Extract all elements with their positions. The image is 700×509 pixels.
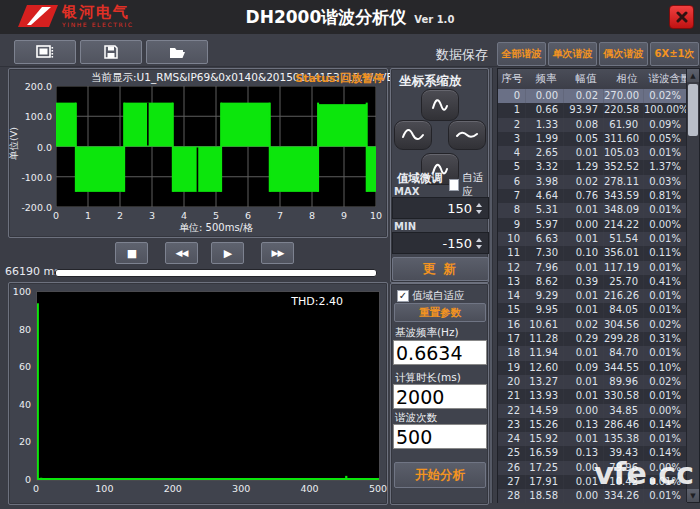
table-row[interactable]: 95.970.00214.220.00% [498, 218, 687, 232]
cell: 14.59 [526, 404, 564, 418]
table-row[interactable]: 138.620.3925.700.41% [498, 275, 687, 289]
scroll-up-button[interactable]: ▲ [687, 69, 699, 82]
tick-label: 80 [19, 324, 31, 335]
spinner-arrows-icon[interactable] [476, 200, 486, 216]
cell: 0.01 [564, 203, 604, 217]
cell: 7 [498, 189, 526, 203]
table-row[interactable]: 31.990.05311.600.05% [498, 132, 687, 146]
table-row[interactable]: 2717.910.0110.420.01% [498, 475, 687, 489]
cell: 5.31 [526, 203, 564, 217]
cell: 0.29 [564, 332, 604, 346]
fast-forward-button[interactable]: ▶▶ [261, 242, 294, 264]
tab-all-harmonics[interactable]: 全部谐波 [497, 42, 546, 66]
cell: 0.00% [644, 404, 687, 418]
table-row[interactable]: 1711.280.29299.280.31% [498, 332, 687, 346]
panel-divider [490, 68, 493, 503]
seek-slider[interactable] [55, 269, 377, 277]
fundamental-freq-label: 基波频率(Hz) [395, 326, 459, 340]
auto-adapt-checkbox[interactable] [449, 179, 459, 191]
zoom-right-button[interactable] [448, 120, 486, 150]
spinner-arrows-icon[interactable] [476, 235, 486, 251]
tab-odd-harmonics[interactable]: 单次谐波 [548, 42, 597, 66]
table-row[interactable]: 117.300.10356.010.11% [498, 246, 687, 260]
tick-label: 500 [369, 483, 387, 494]
table-row[interactable]: 10.6693.97220.58100.00% [498, 103, 687, 117]
tick-label: 60 [19, 361, 31, 372]
table-row[interactable]: 74.640.76343.590.81% [498, 189, 687, 203]
cell: 0.02 [564, 175, 604, 189]
max-spinner[interactable]: 150 [392, 197, 489, 219]
cell: 0 [498, 89, 526, 103]
play-button[interactable]: ▶ [211, 242, 244, 264]
table-row[interactable]: 1912.600.09344.550.10% [498, 361, 687, 375]
table-row[interactable]: 00.000.02270.000.02% [498, 89, 687, 103]
open-file-button[interactable] [146, 40, 208, 64]
auto-adapt-checkbox-row[interactable]: 自适应 [449, 171, 488, 199]
table-row[interactable]: 1811.940.0184.700.01% [498, 346, 687, 360]
cell: 6.63 [526, 232, 564, 246]
cell: 5 [498, 160, 526, 174]
column-header[interactable]: 相位 [607, 69, 648, 89]
table-row[interactable]: 2415.920.01135.380.01% [498, 432, 687, 446]
waveform-y-axis-label: 单位(V) [8, 127, 21, 160]
table-row[interactable]: 2315.260.13286.460.14% [498, 418, 687, 432]
table-row[interactable]: 53.321.29352.521.37% [498, 160, 687, 174]
start-analysis-button[interactable]: 开始分析 [394, 462, 486, 488]
cell: 15.92 [526, 432, 564, 446]
cell: 12 [498, 261, 526, 275]
range-auto-checkbox[interactable]: ✓ [397, 290, 409, 302]
stop-button[interactable]: ■ [115, 242, 148, 264]
update-button[interactable]: 更 新 [392, 257, 489, 281]
table-row[interactable]: 2818.580.00334.260.01% [498, 489, 687, 503]
tab-6x1-harmonics[interactable]: 6X±1次 [650, 42, 699, 66]
table-row[interactable]: 63.980.02278.110.03% [498, 175, 687, 189]
tick-label: 400 [301, 483, 319, 494]
sine-right-icon [455, 127, 479, 143]
arrow-down-icon: ▼ [690, 492, 695, 500]
min-spinner[interactable]: -150 [392, 232, 489, 254]
rewind-button[interactable]: ◀◀ [165, 242, 198, 264]
tick-label: 100 [13, 286, 31, 297]
scroll-down-button[interactable]: ▼ [687, 489, 699, 502]
table-scrollbar[interactable]: ▲ ▼ [686, 69, 699, 502]
reset-params-button[interactable]: 重置参数 [394, 303, 486, 322]
close-button[interactable] [669, 5, 694, 29]
table-row[interactable]: 127.960.01117.190.01% [498, 261, 687, 275]
max-value: 150 [447, 201, 472, 216]
tick-label: 10 [370, 210, 382, 221]
table-row[interactable]: 149.290.01216.260.01% [498, 289, 687, 303]
calc-duration-input[interactable] [393, 384, 487, 409]
table-row[interactable]: 42.650.01105.030.01% [498, 146, 687, 160]
scrollbar-thumb[interactable] [688, 84, 698, 136]
tick-label: 0.0 [37, 142, 52, 153]
cell: 16.59 [526, 446, 564, 460]
table-row[interactable]: 2113.930.01330.580.01% [498, 389, 687, 403]
cell: 17.25 [526, 461, 564, 475]
table-row[interactable]: 85.310.01348.090.01% [498, 203, 687, 217]
table-row[interactable]: 106.630.0151.540.01% [498, 232, 687, 246]
display-button[interactable] [14, 40, 76, 64]
tab-even-harmonics[interactable]: 偶次谐波 [599, 42, 648, 66]
tick-label: 300 [232, 483, 250, 494]
toolbar: 数据保存 全部谐波 单次谐波 偶次谐波 6X±1次 [0, 34, 700, 67]
cell: 0.10% [644, 361, 687, 375]
tick-label: 200 [164, 483, 182, 494]
column-header[interactable]: 频率 [527, 69, 566, 89]
column-header[interactable]: 序号 [498, 69, 527, 89]
harmonic-order-input[interactable] [393, 424, 487, 449]
table-row[interactable]: 2013.270.0189.960.02% [498, 375, 687, 389]
table-row[interactable]: 2214.590.0034.850.00% [498, 404, 687, 418]
table-row[interactable]: 2516.590.1339.430.14% [498, 446, 687, 460]
column-header[interactable]: 幅值 [566, 69, 607, 89]
zoom-left-button[interactable] [394, 120, 432, 150]
table-row[interactable]: 2617.250.0079.960.00% [498, 461, 687, 475]
cell: 0.02% [644, 375, 687, 389]
save-button[interactable] [80, 40, 142, 64]
fundamental-freq-input[interactable] [393, 340, 487, 365]
table-row[interactable]: 21.330.0861.900.09% [498, 118, 687, 132]
zoom-up-button[interactable] [421, 89, 459, 121]
cell: 105.03 [604, 146, 644, 160]
table-row[interactable]: 1610.610.02304.560.02% [498, 318, 687, 332]
table-row[interactable]: 159.950.0184.050.01% [498, 303, 687, 317]
range-auto-checkbox-row[interactable]: ✓ 值域自适应 [397, 289, 465, 303]
